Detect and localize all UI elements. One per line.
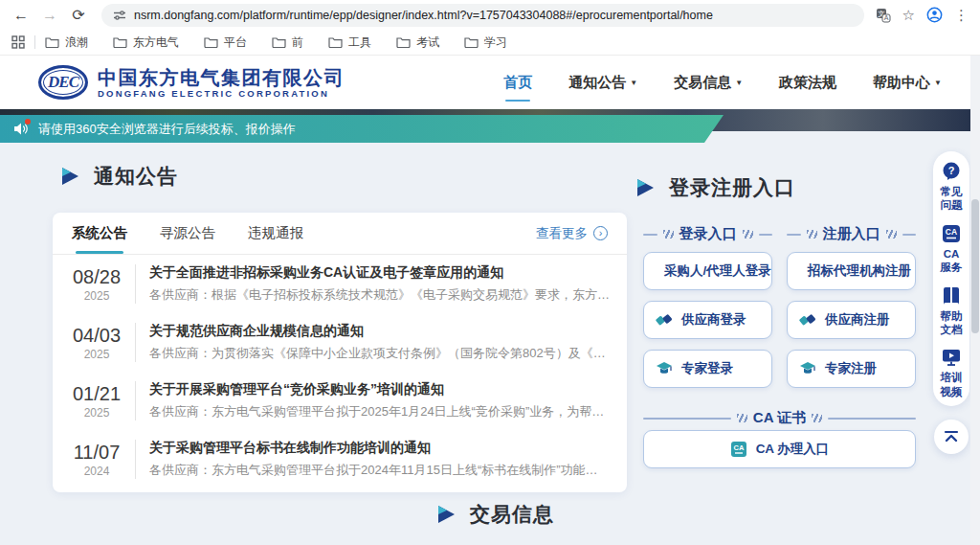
- browser-warning-bar: 请使用360安全浏览器进行后续投标、报价操作: [0, 115, 724, 143]
- notices-section-title: 通知公告: [59, 163, 178, 190]
- notice-title[interactable]: 关于规范供应商企业规模信息的通知: [149, 323, 610, 340]
- notice-summary: 各供应商：东方电气采购管理平台拟于2024年11月15日上线“标书在线制作”功能…: [149, 462, 610, 479]
- url-text: nsrm.dongfang.com/platform/runtime/epp/d…: [134, 9, 713, 22]
- section-arrow-icon: [59, 166, 80, 187]
- notice-list-item[interactable]: 11/07 2024 关于采购管理平台标书在线制作功能培训的通知 各供应商：东方…: [53, 430, 627, 488]
- notice-list-item[interactable]: 01/21 2025 关于开展采购管理平台“竞价采购业务”培训的通知 各供应商：…: [53, 372, 627, 430]
- svg-text:A: A: [883, 14, 888, 21]
- address-bar[interactable]: nsrm.dongfang.com/platform/runtime/epp/d…: [101, 4, 864, 27]
- divider: [135, 440, 136, 479]
- trade-section-title: 交易信息: [435, 501, 554, 528]
- svg-text:CA: CA: [733, 443, 744, 452]
- view-more-link[interactable]: 查看更多 ›: [536, 225, 608, 242]
- slash-decoration: [743, 230, 753, 238]
- nav-trade-info[interactable]: 交易信息▼: [674, 68, 743, 98]
- bookmark-folder[interactable]: 工具: [328, 34, 371, 51]
- help-doc-button[interactable]: 帮助文档: [939, 285, 964, 337]
- scrollbar-thumb[interactable]: [971, 199, 979, 333]
- forward-icon[interactable]: →: [38, 4, 61, 27]
- menu-dots-icon[interactable]: ⋮: [954, 7, 969, 24]
- refresh-icon[interactable]: ⟳: [67, 4, 90, 27]
- divider: [135, 264, 136, 304]
- nav-help-center[interactable]: 帮助中心▼: [873, 68, 942, 98]
- section-arrow-icon: [635, 177, 656, 198]
- tab-system-notices[interactable]: 系统公告: [72, 213, 127, 254]
- notice-summary: 各供应商：东方电气采购管理平台拟于2025年1月24日上线“竞价采购”业务，为帮…: [149, 403, 610, 420]
- site-header: DEC 中国东方电气集团有限公司 DONGFANG ELECTRIC CORPO…: [0, 56, 980, 109]
- speaker-icon: [13, 122, 31, 137]
- notice-date: 04/03 2025: [62, 324, 131, 361]
- ca-cert-header: CA 证书: [643, 409, 916, 427]
- notice-title[interactable]: 关于采购管理平台标书在线制作功能培训的通知: [149, 440, 610, 457]
- alert-dot: [25, 119, 31, 125]
- slash-decoration: [807, 230, 817, 238]
- nav-home[interactable]: 首页: [503, 68, 532, 98]
- notice-list-item[interactable]: 08/28 2025 关于全面推进非招标采购业务CA认证及电子签章应用的通知 各…: [53, 255, 627, 313]
- apps-grid-icon[interactable]: [11, 35, 25, 49]
- nav-notices[interactable]: 通知公告▼: [568, 68, 637, 98]
- bookmark-folder[interactable]: 东方电气: [113, 34, 179, 51]
- company-logo[interactable]: DEC 中国东方电气集团有限公司 DONGFANG ELECTRIC CORPO…: [38, 65, 345, 100]
- expert-login-button[interactable]: 专家登录: [643, 350, 772, 388]
- tab-sourcing-notices[interactable]: 寻源公告: [160, 213, 215, 254]
- chevron-down-icon: ▼: [630, 79, 637, 87]
- company-name-en: DONGFANG ELECTRIC CORPORATION: [98, 88, 345, 99]
- ca-service-button[interactable]: CA CA服务: [939, 223, 964, 275]
- profile-icon[interactable]: [926, 7, 943, 23]
- supplier-login-button[interactable]: 供应商登录: [643, 301, 772, 339]
- bookmark-star-icon[interactable]: ☆: [902, 7, 915, 24]
- dec-logo-icon: DEC: [38, 65, 88, 100]
- browser-toolbar: ← → ⟳ nsrm.dongfang.com/platform/runtime…: [0, 0, 980, 30]
- tab-violation-reports[interactable]: 违规通报: [248, 213, 303, 254]
- bookmarks-bar: 浪潮 东方电气 平台 前 工具 考试 学习: [0, 30, 980, 56]
- training-video-icon: [941, 347, 962, 368]
- training-video-button[interactable]: 培训视频: [939, 347, 964, 398]
- translate-icon[interactable]: 文 A: [876, 8, 891, 23]
- warning-text: 请使用360安全浏览器进行后续投标、报价操作: [38, 121, 296, 138]
- scrollbar[interactable]: [970, 56, 980, 545]
- handshake-icon: [656, 312, 673, 328]
- handshake-icon: [799, 312, 816, 328]
- question-bubble-icon: ?: [941, 161, 962, 182]
- expert-register-button[interactable]: 专家注册: [787, 350, 916, 388]
- login-entries-header: 登录入口: [643, 225, 772, 243]
- login-section-title: 登录注册入口: [635, 174, 795, 201]
- bidding-agency-register-button[interactable]: 招标代理机构注册: [787, 252, 916, 290]
- bookmark-folder[interactable]: 学习: [464, 34, 507, 51]
- bookmark-folder[interactable]: 浪潮: [45, 34, 88, 51]
- nav-policies[interactable]: 政策法规: [779, 68, 836, 98]
- slash-decoration: [812, 414, 822, 422]
- bookmark-folder[interactable]: 前: [272, 34, 303, 51]
- slash-decoration: [737, 414, 747, 422]
- notice-list-item[interactable]: 04/03 2025 关于规范供应商企业规模信息的通知 各供应商：为贯彻落实《保…: [53, 313, 627, 372]
- site-settings-icon[interactable]: [113, 9, 126, 22]
- bookmark-folder[interactable]: 考试: [396, 34, 439, 51]
- faq-button[interactable]: ? 常见问题: [939, 161, 964, 213]
- top-arrow-icon: [943, 430, 960, 443]
- graduation-cap-icon: [656, 361, 673, 376]
- back-to-top-button[interactable]: [934, 420, 969, 454]
- back-icon[interactable]: ←: [10, 4, 33, 27]
- supplier-register-button[interactable]: 供应商注册: [787, 301, 916, 339]
- notice-date: 08/28 2025: [62, 265, 131, 303]
- section-arrow-icon: [435, 504, 457, 525]
- chevron-right-circle-icon: ›: [593, 226, 608, 240]
- ca-apply-button[interactable]: CA CA 办理入口: [643, 430, 916, 468]
- help-doc-icon: [941, 285, 962, 307]
- notice-date: 01/21 2025: [62, 382, 131, 420]
- chevron-down-icon: ▼: [735, 79, 743, 87]
- divider: [34, 35, 35, 49]
- ca-badge-icon: CA: [730, 441, 747, 458]
- buyer-agent-login-button[interactable]: 采购人/代理人登录: [643, 252, 772, 290]
- register-entries-header: 注册入口: [787, 225, 916, 243]
- hero-banner-strip: 请使用360安全浏览器进行后续投标、报价操作: [0, 109, 980, 131]
- notice-date: 11/07 2024: [62, 441, 131, 478]
- divider: [135, 381, 136, 420]
- floating-help-rail: ? 常见问题 CA CA服务 帮助文档 培训视频: [933, 151, 969, 406]
- notice-summary: 各供应商：为贯彻落实《保障中小企业款项支付条例》（国务院令第802号）及《中小企…: [149, 345, 610, 362]
- main-nav: 首页 通知公告▼ 交易信息▼ 政策法规 帮助中心▼: [503, 68, 942, 98]
- notice-title[interactable]: 关于开展采购管理平台“竞价采购业务”培训的通知: [149, 381, 610, 398]
- notice-title[interactable]: 关于全面推进非招标采购业务CA认证及电子签章应用的通知: [149, 264, 610, 282]
- slash-decoration: [886, 230, 897, 238]
- bookmark-folder[interactable]: 平台: [204, 34, 247, 51]
